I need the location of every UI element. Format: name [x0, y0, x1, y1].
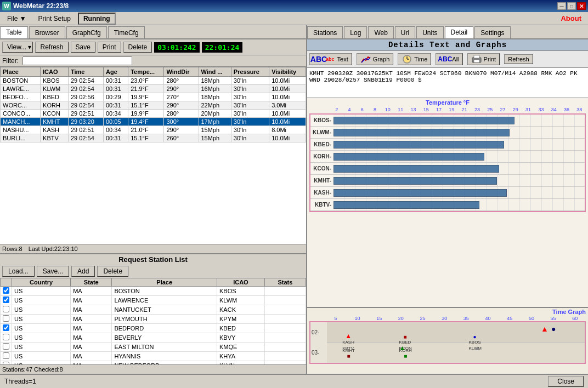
graph-tool-label: Graph [373, 56, 390, 62]
about-button[interactable]: About [556, 13, 586, 24]
delete-button[interactable]: Delete [123, 42, 152, 53]
tab-detail[interactable]: Detail [445, 26, 474, 38]
list-item: USMANANTUCKETKACK [1, 305, 306, 315]
col-pressure: Pressure [231, 67, 269, 77]
tab-browser[interactable]: Browser [29, 26, 65, 38]
tab-timecfg[interactable]: TimeCfg [108, 26, 145, 38]
col-tempe: Tempe... [128, 67, 164, 77]
minimize-button[interactable]: ─ [557, 2, 566, 10]
temp-bar-area [333, 175, 585, 186]
filter-input[interactable] [22, 56, 132, 65]
temp-station-label: KBOS- [310, 117, 333, 123]
time-kcon-triangle: ▲ [399, 344, 406, 352]
table-row[interactable]: WORC...KORH29 02:5400:3115.1°F290°22Mph3… [1, 101, 306, 110]
station-table-wrapper[interactable]: Country State Place ICAO Stats USMABOSTO… [0, 278, 306, 364]
temp-bar [333, 153, 484, 161]
threads-label: Threads=1 [4, 378, 36, 385]
col-place: Place [1, 67, 41, 77]
station-save-button[interactable]: Save... [37, 266, 69, 277]
list-item: USMAHYANNISKHYA [1, 352, 306, 361]
table-row[interactable]: BEDFO...KBED29 02:5600:2919.9°F270°18Mph… [1, 93, 306, 101]
station-checkbox[interactable] [3, 343, 9, 350]
add-button[interactable]: Add [71, 266, 95, 277]
time-graph-inner: 02- 03- ▲ ● [309, 321, 586, 364]
temp-bar [333, 201, 479, 209]
table-row[interactable]: BOSTONKBOS29 02:5400:3123.0°F280°18Mph30… [1, 77, 306, 85]
temp-row: KLWM- [310, 127, 585, 139]
all-tool[interactable]: ABC All [436, 53, 462, 65]
temp-bar-area [333, 199, 585, 210]
table-row[interactable]: LAWRE...KLWM29 02:5400:3121.9°F290°16Mph… [1, 85, 306, 93]
refresh-button[interactable]: Refresh [35, 42, 68, 53]
detail-toolbar: ABC abc Text Graph [307, 51, 588, 68]
temp-station-label: KBED- [310, 141, 333, 147]
left-panel: Table Browser GraphCfg TimeCfg View... ▾… [0, 25, 307, 374]
table-row[interactable]: BURLI...KBTV29 02:5400:3115.1°F260°15Mph… [1, 134, 306, 142]
save-button[interactable]: Save [71, 42, 95, 53]
detail-refresh-tool[interactable]: Refresh [504, 54, 533, 64]
running-button[interactable]: Running [78, 13, 116, 25]
data-table-wrapper[interactable]: PlaceICAOTimeAgeTempe...WindDirWind ...P… [0, 67, 306, 244]
detail-header: Details Text and Graphs [307, 39, 588, 51]
file-menu[interactable]: File ▼ [2, 13, 31, 24]
time-x-axis: 5 10 15 20 25 30 35 40 45 50 55 60 [307, 316, 588, 321]
table-body: BOSTONKBOS29 02:5400:3123.0°F280°18Mph30… [1, 77, 306, 142]
station-checkbox[interactable] [3, 287, 9, 294]
station-list-section: Request Station List Load... Save... Add… [0, 253, 306, 374]
station-checkbox[interactable] [3, 324, 9, 331]
temp-bar-area [333, 151, 585, 162]
time-kmht-label: KMHT [342, 348, 355, 353]
tab-settings[interactable]: Settings [474, 26, 510, 38]
station-checkbox[interactable] [3, 315, 9, 322]
graph-area: Temperature °F 2 4 6 8 10 11 13 15 17 19… [307, 98, 588, 374]
time-kbed-icon: ■ [403, 334, 406, 340]
time-y-03: 03- [312, 350, 327, 356]
maximize-button[interactable]: □ [567, 2, 576, 10]
close-window-button[interactable]: ✕ [577, 2, 586, 10]
station-delete-button[interactable]: Delete [97, 266, 128, 277]
col-stats: Stats [264, 278, 306, 287]
right-panel: Stations Log Web Url Units Detail Settin… [307, 25, 588, 374]
temp-row: KASH- [310, 187, 585, 199]
tab-web[interactable]: Web [368, 26, 393, 38]
load-button[interactable]: Load... [2, 266, 35, 277]
time-kash-icon: ▲ [345, 332, 352, 340]
temp-graph: Temperature °F 2 4 6 8 10 11 13 15 17 19… [307, 98, 588, 308]
tab-url[interactable]: Url [395, 26, 415, 38]
station-checkbox[interactable] [3, 306, 9, 312]
temp-row: KBTV- [310, 199, 585, 211]
printer-icon [471, 55, 482, 64]
list-item: USMALAWRENCEKLWM [1, 296, 306, 305]
time-tool[interactable]: Time [398, 53, 431, 65]
temp-row: KORH- [310, 151, 585, 163]
station-checkbox[interactable] [3, 334, 9, 340]
time-graph-title: Time Graph [307, 308, 588, 316]
print-setup-menu[interactable]: Print Setup [33, 13, 76, 24]
list-item: USMAEAST MILTONKMQE [1, 343, 306, 352]
titlebar-left: W WebMetar 22:23/8 [2, 2, 69, 10]
tab-units[interactable]: Units [416, 26, 443, 38]
print-tool[interactable]: Print [467, 53, 500, 65]
close-button[interactable]: Close [548, 376, 584, 387]
tab-log[interactable]: Log [344, 26, 367, 38]
time-kash-group: ▲ KASH [342, 332, 354, 345]
text-tool-icon: ABC [313, 55, 324, 64]
table-row[interactable]: CONCO...KCON29 02:5100:3419.9°F280°20Mph… [1, 110, 306, 118]
temp-row: KBOS- [310, 115, 585, 127]
temp-station-label: KORH- [310, 153, 333, 159]
graph-tool[interactable]: Graph [357, 53, 394, 65]
temp-bar [333, 129, 510, 136]
station-checkbox[interactable] [3, 296, 9, 303]
tab-table[interactable]: Table [0, 26, 28, 38]
table-row[interactable]: MANCH...KMHT29 03:2000:0519.4°F300°17Mph… [1, 118, 306, 126]
table-row[interactable]: NASHU...KASH29 02:5100:3421.0°F290°15Mph… [1, 126, 306, 134]
text-tool[interactable]: ABC abc Text [309, 53, 352, 65]
last-upd-status: Last Upd:22:23:10 [29, 246, 78, 252]
tab-graphcfg[interactable]: GraphCfg [66, 26, 107, 38]
station-checkbox[interactable] [3, 352, 9, 359]
station-count-bar: Stations:47 Checked:8 [0, 364, 306, 374]
tab-stations[interactable]: Stations [307, 26, 343, 38]
print-button[interactable]: Print [98, 42, 121, 53]
view-button[interactable]: View... ▾ [2, 42, 33, 53]
station-list-header: Request Station List [0, 254, 306, 265]
